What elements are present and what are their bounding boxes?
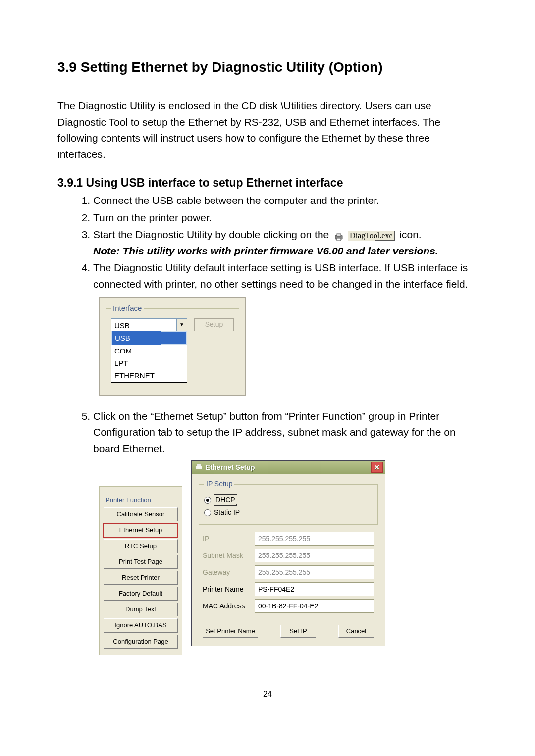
staticip-label: Static IP — [214, 507, 240, 518]
svg-rect-4 — [197, 464, 201, 466]
radio-static[interactable] — [204, 509, 211, 516]
staticip-radio-row[interactable]: Static IP — [204, 507, 373, 518]
interface-panel: Interface USB ▼ USB COM LPT ETHERNET — [99, 297, 246, 395]
step-5-text: Click on the “Ethernet Setup” button fro… — [93, 410, 456, 454]
mac-label: MAC Address — [203, 601, 250, 612]
pf-ethernet-setup[interactable]: Ethernet Setup — [104, 523, 178, 537]
set-ip-button[interactable]: Set IP — [280, 625, 316, 638]
svg-rect-2 — [337, 238, 341, 241]
step-3-post: icon. — [399, 229, 421, 240]
ethernet-setup-dialog: Ethernet Setup ✕ IP Setup DHCP Static IP — [191, 460, 385, 646]
step-2: Turn on the printer power. — [93, 210, 478, 226]
pf-rtc-setup[interactable]: RTC Setup — [104, 539, 178, 553]
pf-ignore-autobas[interactable]: Ignore AUTO.BAS — [104, 618, 178, 632]
gateway-label: Gateway — [203, 567, 250, 578]
page-number: 24 — [57, 690, 478, 699]
printername-field[interactable]: PS-FF04E2 — [255, 582, 374, 596]
printer-function-legend: Printer Function — [105, 495, 152, 505]
gateway-field[interactable]: 255.255.255.255 — [255, 565, 374, 579]
interface-option-usb[interactable]: USB — [111, 331, 187, 345]
section-title: 3.9 Setting Ethernet by Diagnostic Utili… — [57, 59, 478, 75]
interface-selected: USB — [111, 319, 176, 331]
interface-combobox[interactable]: USB ▼ — [111, 318, 187, 331]
svg-rect-1 — [337, 234, 341, 236]
intro-paragraph: The Diagnostic Utility is enclosed in th… — [57, 98, 478, 162]
diagtool-icon-group: DiagTool.exe — [334, 231, 394, 241]
interface-option-ethernet[interactable]: ETHERNET — [111, 369, 187, 382]
printer-icon — [195, 463, 203, 471]
step-3-pre: Start the Diagnostic Utility by double c… — [93, 229, 329, 240]
step-4-text: The Diagnostic Utility default interface… — [93, 262, 468, 290]
ip-field[interactable]: 255.255.255.255 — [255, 532, 374, 546]
subnet-label: Subnet Mask — [203, 551, 250, 561]
close-icon[interactable]: ✕ — [371, 462, 383, 473]
step-3-note: Note: This utility works with printer fi… — [93, 245, 438, 256]
interface-option-list[interactable]: USB COM LPT ETHERNET — [111, 331, 187, 383]
subsection-title: 3.9.1 Using USB interface to setup Ether… — [57, 176, 478, 190]
interface-option-com[interactable]: COM — [111, 345, 187, 357]
printer-function-group: Printer Function Calibrate Sensor Ethern… — [99, 486, 182, 655]
radio-dhcp[interactable] — [204, 497, 211, 504]
ip-setup-group: IP Setup DHCP Static IP — [199, 479, 378, 525]
steps-list: Connect the USB cable between the comput… — [72, 193, 478, 655]
interface-legend: Interface — [111, 302, 144, 314]
mac-field[interactable]: 00-1B-82-FF-04-E2 — [255, 599, 374, 613]
set-printer-name-button[interactable]: Set Printer Name — [203, 625, 258, 638]
dialog-title: Ethernet Setup — [206, 462, 255, 473]
dhcp-radio-row[interactable]: DHCP — [204, 494, 373, 506]
subnet-field[interactable]: 255.255.255.255 — [255, 549, 374, 562]
printername-label: Printer Name — [203, 584, 250, 595]
pf-dump-text[interactable]: Dump Text — [104, 603, 178, 616]
dhcp-label: DHCP — [214, 494, 237, 506]
cancel-button[interactable]: Cancel — [338, 625, 374, 638]
interface-setup-button: Setup — [194, 318, 234, 331]
pf-configuration-page[interactable]: Configuration Page — [104, 635, 178, 649]
chevron-down-icon[interactable]: ▼ — [176, 319, 187, 331]
ip-setup-legend: IP Setup — [204, 479, 234, 490]
pf-calibrate-sensor[interactable]: Calibrate Sensor — [104, 507, 178, 521]
step-1: Connect the USB cable between the comput… — [93, 193, 478, 209]
diagtool-exe-label[interactable]: DiagTool.exe — [348, 231, 394, 241]
step-5: Click on the “Ethernet Setup” button fro… — [93, 408, 478, 655]
ip-label: IP — [203, 534, 250, 545]
pf-reset-printer[interactable]: Reset Printer — [104, 571, 178, 585]
pf-factory-default[interactable]: Factory Default — [104, 587, 178, 601]
printer-icon — [334, 231, 344, 241]
step-4: The Diagnostic Utility default interface… — [93, 260, 478, 395]
pf-print-test-page[interactable]: Print Test Page — [104, 555, 178, 569]
interface-option-lpt[interactable]: LPT — [111, 357, 187, 369]
dialog-titlebar[interactable]: Ethernet Setup ✕ — [192, 461, 385, 474]
step-3: Start the Diagnostic Utility by double c… — [93, 227, 478, 259]
